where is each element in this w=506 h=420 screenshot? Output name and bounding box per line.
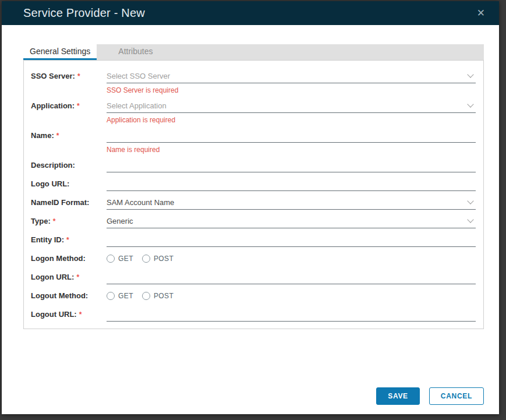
logon-method-radio-post[interactable]: POST: [142, 255, 174, 263]
radio-label: GET: [118, 292, 133, 300]
logon-url-field-underline: [107, 271, 476, 284]
tab-label: Attributes: [118, 47, 153, 56]
select-value: SAM Account Name: [107, 198, 463, 207]
required-asterisk: *: [56, 132, 59, 140]
logout-url-field-underline: [107, 309, 476, 322]
name-field-underline: [107, 130, 476, 143]
radio-circle-icon: [107, 292, 115, 300]
description-input[interactable]: [107, 160, 476, 170]
required-asterisk: *: [66, 236, 69, 244]
chevron-down-icon: [467, 71, 473, 77]
cancel-button[interactable]: CANCEL: [429, 387, 484, 405]
logo-url-input[interactable]: [107, 178, 476, 189]
modal-dialog: Service Provider - New ✕ General Setting…: [2, 1, 499, 414]
tab-bar: General Settings Attributes: [23, 44, 484, 60]
field-label: Application:*: [31, 100, 107, 113]
field-label: NameID Format:: [31, 197, 107, 210]
tab-attributes[interactable]: Attributes: [112, 44, 159, 60]
logout-method-radio-group: GETPOST: [107, 290, 476, 303]
form-panel: SSO Server:*Select SSO ServerSSO Server …: [23, 60, 484, 329]
field-label: Logon Method:: [31, 253, 107, 266]
footer-actions: SAVE CANCEL: [376, 387, 484, 405]
logout-method-radio-get[interactable]: GET: [107, 292, 133, 300]
radio-circle-icon: [142, 292, 150, 300]
modal-header: Service Provider - New ✕: [2, 1, 499, 25]
required-asterisk: *: [79, 310, 82, 319]
field-label: Name:*: [31, 130, 107, 143]
field-row-logon-method: Logon Method:GETPOST: [31, 247, 476, 266]
select-value: Select SSO Server: [107, 72, 463, 80]
field-label: Description:: [31, 160, 107, 172]
close-icon[interactable]: ✕: [475, 7, 487, 19]
description-field-underline: [107, 160, 476, 172]
logout-method-radio-post[interactable]: POST: [142, 292, 174, 300]
logon-method-radio-get[interactable]: GET: [107, 255, 133, 263]
logo-url-field-underline: [107, 178, 476, 191]
radio-label: POST: [154, 292, 174, 300]
logon-url-input[interactable]: [107, 271, 476, 282]
tab-general-settings[interactable]: General Settings: [23, 44, 97, 60]
required-asterisk: *: [77, 102, 80, 110]
entity-id-input[interactable]: [107, 234, 476, 245]
radio-label: POST: [154, 255, 174, 263]
field-row-nameid-format: NameID Format:SAM Account Name: [31, 191, 476, 210]
field-label: Logo URL:: [31, 178, 107, 191]
field-error: SSO Server is required: [107, 83, 476, 94]
logon-method-radio-group: GETPOST: [107, 253, 476, 266]
radio-label: GET: [118, 255, 133, 263]
field-row-logout-method: Logout Method:GETPOST: [31, 284, 476, 303]
radio-circle-icon: [107, 255, 115, 263]
field-label: Logon URL:*: [31, 271, 107, 284]
field-row-logon-url: Logon URL:*: [31, 266, 476, 284]
select-value: Generic: [107, 217, 463, 225]
required-asterisk: *: [53, 217, 56, 225]
field-label: Logout Method:: [31, 290, 107, 303]
save-button[interactable]: SAVE: [376, 387, 420, 405]
field-row-description: Description:: [31, 154, 476, 172]
modal-title: Service Provider - New: [23, 6, 475, 20]
field-label: Logout URL:*: [31, 309, 107, 322]
nameid-format-select[interactable]: SAM Account Name: [107, 197, 476, 210]
select-value: Select Application: [107, 101, 463, 110]
field-row-sso-server: SSO Server:*Select SSO ServerSSO Server …: [31, 65, 476, 94]
modal-body: General Settings Attributes SSO Server:*…: [2, 25, 499, 414]
entity-id-field-underline: [107, 234, 476, 247]
field-error: Application is required: [107, 113, 476, 124]
sso-server-select[interactable]: Select SSO Server: [107, 70, 476, 83]
field-label: SSO Server:*: [31, 70, 107, 83]
required-asterisk: *: [77, 72, 80, 80]
field-label: Type:*: [31, 216, 107, 228]
field-row-logout-url: Logout URL:*: [31, 303, 476, 322]
type-select[interactable]: Generic: [107, 216, 476, 228]
field-row-name: Name:*Name is required: [31, 124, 476, 154]
field-row-entity-id: Entity ID:*: [31, 228, 476, 247]
field-error: Name is required: [107, 143, 476, 154]
field-row-logo-url: Logo URL:: [31, 172, 476, 191]
required-asterisk: *: [76, 273, 79, 281]
chevron-down-icon: [467, 216, 473, 223]
field-label: Entity ID:*: [31, 234, 107, 247]
tab-label: General Settings: [30, 47, 90, 56]
chevron-down-icon: [467, 197, 473, 204]
name-input[interactable]: [107, 130, 476, 140]
application-select[interactable]: Select Application: [107, 100, 476, 113]
field-row-type: Type:*Generic: [31, 210, 476, 228]
radio-circle-icon: [142, 255, 150, 263]
field-row-application: Application:*Select ApplicationApplicati…: [31, 94, 476, 124]
logout-url-input[interactable]: [107, 309, 476, 319]
chevron-down-icon: [467, 101, 473, 107]
